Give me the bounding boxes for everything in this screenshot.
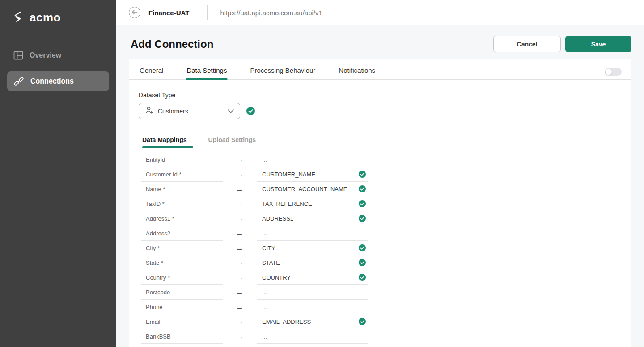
mapping-row: State * → STATE (141, 255, 368, 270)
save-button[interactable]: Save (565, 36, 631, 52)
source-field[interactable]: Address2 (141, 226, 223, 241)
target-field[interactable]: CUSTOMER_ACCOUNT_NAME (257, 182, 368, 196)
overview-icon (13, 51, 23, 60)
target-field[interactable]: ... (257, 329, 368, 344)
target-field-value: EMAIL_ADDRESS (262, 318, 311, 325)
arrow-right-icon: → (223, 167, 257, 182)
check-icon (359, 318, 366, 325)
source-field-label: Address1 * (146, 215, 174, 222)
source-field-label: City * (146, 245, 160, 251)
arrow-right-icon: → (223, 314, 257, 329)
customer-person-icon (144, 106, 153, 117)
source-field[interactable]: Postcode (141, 285, 223, 300)
mapping-row: Postcode → ... (141, 285, 368, 300)
tab-processing-behaviour[interactable]: Processing Behaviour (249, 67, 316, 79)
mapping-row: Country * → COUNTRY (141, 270, 368, 285)
source-field-label: State * (146, 259, 163, 266)
mapping-row: Name * → CUSTOMER_ACCOUNT_NAME (141, 182, 368, 196)
mapping-row: Address1 * → ADDRESS1 (141, 211, 368, 226)
target-field[interactable]: ... (257, 226, 368, 241)
topbar-divider (207, 5, 208, 20)
dataset-valid-check-icon (246, 107, 255, 115)
source-field[interactable]: Country * (141, 270, 223, 285)
dataset-type-label: Dataset Type (139, 92, 631, 99)
arrow-right-icon: → (223, 285, 257, 300)
mapping-row: TaxID * → TAX_REFERENCE (141, 196, 368, 211)
subtab-upload-settings[interactable]: Upload Settings (208, 136, 263, 148)
target-field[interactable]: COUNTRY (257, 270, 368, 285)
dataset-type-value: Customers (158, 108, 223, 115)
target-field[interactable]: STATE (257, 255, 368, 270)
arrow-right-icon: → (223, 152, 257, 167)
target-field-value: CUSTOMER_NAME (262, 171, 315, 178)
api-url-link[interactable]: https://uat.api.acmo.com.au/api/v1 (220, 9, 322, 17)
source-field-label: Address2 (146, 230, 170, 237)
check-icon (359, 185, 366, 192)
connection-form-card: General Data Settings Processing Behavio… (129, 59, 631, 347)
target-field[interactable]: EMAIL_ADDRESS (257, 314, 368, 329)
topbar: Finance-UAT https://uat.api.acmo.com.au/… (116, 0, 644, 25)
check-icon (359, 171, 366, 178)
source-field-label: Name * (146, 186, 165, 192)
source-field[interactable]: Customer Id * (141, 167, 223, 182)
arrow-right-icon: → (223, 182, 257, 196)
arrow-right-icon: → (223, 270, 257, 285)
check-icon (359, 244, 366, 251)
source-field-label: Postcode (146, 289, 170, 296)
sidebar-item-overview[interactable]: Overview (7, 46, 109, 65)
source-field[interactable]: Email (141, 314, 223, 329)
target-field-value: ... (262, 156, 267, 163)
source-field-label: Email (146, 318, 161, 325)
sub-tabs: Data Mappings Upload Settings (129, 136, 631, 148)
check-icon (359, 200, 366, 207)
main-tabs: General Data Settings Processing Behavio… (129, 59, 631, 80)
target-field[interactable]: CITY (257, 241, 368, 255)
tab-general[interactable]: General (139, 67, 164, 79)
app-logo-text: acmo (30, 11, 61, 25)
source-field-label: BankBSB (146, 333, 171, 340)
target-field[interactable]: ... (257, 152, 368, 167)
source-field-label: Country * (146, 274, 170, 281)
source-field-label: Customer Id * (146, 171, 181, 178)
arrow-right-icon: → (223, 226, 257, 241)
page-header: Add Connection Cancel Save (116, 25, 644, 59)
mapping-row: Phone → ... (141, 300, 368, 314)
source-field[interactable]: City * (141, 241, 223, 255)
target-field-value: CUSTOMER_ACCOUNT_NAME (262, 186, 347, 192)
tab-data-settings[interactable]: Data Settings (186, 67, 228, 79)
check-icon (359, 259, 366, 266)
source-field[interactable]: TaxID * (141, 196, 223, 211)
subtab-data-mappings[interactable]: Data Mappings (142, 136, 193, 148)
target-field[interactable]: CUSTOMER_NAME (257, 167, 368, 182)
target-field[interactable]: TAX_REFERENCE (257, 196, 368, 211)
tab-notifications[interactable]: Notifications (338, 67, 376, 79)
app-logo: acmo (0, 0, 116, 29)
sidebar-item-connections[interactable]: Connections (7, 71, 109, 91)
arrow-right-icon: → (223, 255, 257, 270)
back-button[interactable] (129, 7, 140, 18)
source-field[interactable]: Phone (141, 300, 223, 314)
arrow-right-icon: → (223, 300, 257, 314)
cancel-button[interactable]: Cancel (493, 36, 561, 52)
connections-icon (13, 76, 24, 86)
toggle-switch[interactable] (605, 68, 622, 76)
source-field[interactable]: Address1 * (141, 211, 223, 226)
sidebar-nav: Overview Connections (0, 46, 116, 91)
check-icon (359, 215, 366, 222)
source-field[interactable]: BankBSB (141, 329, 223, 344)
dataset-type-section: Dataset Type Customers (139, 92, 631, 119)
chevron-down-icon (227, 107, 234, 115)
dataset-type-select[interactable]: Customers (139, 103, 240, 119)
sidebar-item-label: Overview (30, 51, 61, 59)
target-field[interactable]: ... (257, 285, 368, 300)
target-field[interactable]: ADDRESS1 (257, 211, 368, 226)
source-field[interactable]: EntityId (141, 152, 223, 167)
mapping-row: BankBSB → ... (141, 329, 368, 344)
acmo-logo-icon (12, 10, 25, 25)
source-field[interactable]: Name * (141, 182, 223, 196)
source-field[interactable]: State * (141, 255, 223, 270)
toggle-knob (606, 69, 612, 75)
arrow-right-icon: → (223, 196, 257, 211)
target-field-value: COUNTRY (262, 274, 291, 281)
target-field[interactable]: ... (257, 300, 368, 314)
